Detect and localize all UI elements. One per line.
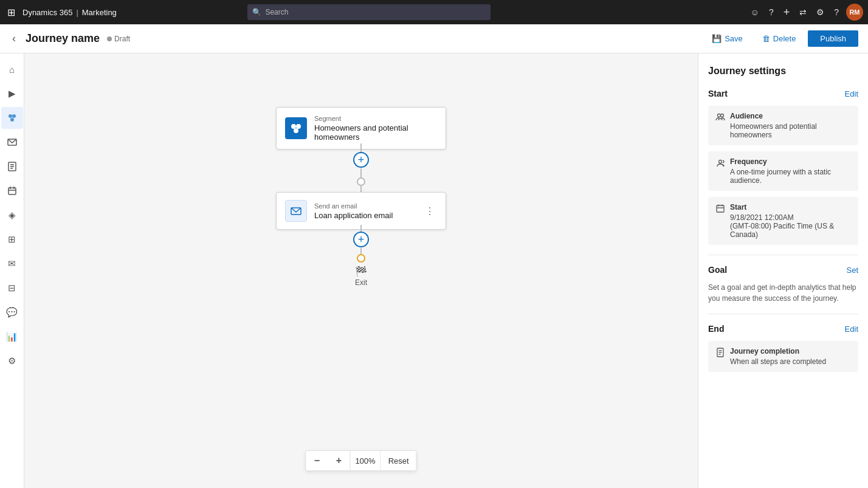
completion-icon <box>715 348 725 359</box>
sidebar-item-social[interactable]: 💬 <box>1 301 23 323</box>
add-node-button-1[interactable]: + <box>353 152 369 168</box>
nav-icons: ☺ ? + ⇄ ⚙ ? RM <box>748 4 863 21</box>
avatar[interactable]: RM <box>846 4 863 21</box>
draft-label: Draft <box>114 35 130 43</box>
svg-point-16 <box>718 114 721 117</box>
email-node-text: Send an email Loan application email <box>314 202 415 220</box>
frequency-value: A one-time journey with a static audienc… <box>730 168 851 185</box>
audience-value: Homeowners and potential homeowners <box>730 122 851 139</box>
panel-title: Journey settings <box>708 66 858 77</box>
completion-value: When all steps are completed <box>730 357 851 366</box>
sidebar-item-emails[interactable] <box>1 131 23 153</box>
toolbar: 💾 Save 🗑 Delete Publish <box>704 30 858 47</box>
delete-button[interactable]: 🗑 Delete <box>755 30 804 47</box>
zoom-controls: − + 100% Reset <box>305 450 416 471</box>
svg-point-0 <box>9 114 12 118</box>
zoom-in-button[interactable]: + <box>328 451 350 470</box>
start-edit-link[interactable]: Edit <box>845 89 858 98</box>
sidebar-item-analytics[interactable]: 📊 <box>1 326 23 348</box>
sidebar-item-settings[interactable]: ⚙ <box>1 350 23 372</box>
frequency-icon <box>715 158 725 170</box>
completion-card: Journey completion When all steps are co… <box>708 341 858 372</box>
main-layout: ⌂ ▶ ◈ ⊞ ✉ ⊟ 💬 📊 ⚙ Segm <box>0 53 868 488</box>
svg-point-1 <box>12 114 16 118</box>
end-heading: End <box>708 324 724 334</box>
svg-rect-8 <box>9 188 16 194</box>
sidebar-item-home[interactable]: ⌂ <box>1 58 23 80</box>
back-button[interactable]: ‹ <box>10 30 18 47</box>
sidebar-item-forms[interactable] <box>1 156 23 177</box>
brand-name: Dynamics 365 <box>22 8 72 17</box>
feedback-icon[interactable]: ☺ <box>748 5 762 19</box>
waffle-icon[interactable]: ⊞ <box>5 4 18 21</box>
sidebar-item-events[interactable] <box>1 180 23 202</box>
help-icon[interactable]: ? <box>832 5 841 19</box>
add-icon[interactable]: + <box>781 4 793 21</box>
exit-node: 🏁 Exit <box>355 266 367 287</box>
goal-heading: Goal <box>708 265 727 275</box>
sidebar-item-templates[interactable]: ⊟ <box>1 277 23 299</box>
exit-flag-icon: 🏁 <box>355 266 367 277</box>
draft-badge: Draft <box>107 35 130 43</box>
divider-1 <box>708 255 858 255</box>
zoom-out-button[interactable]: − <box>306 451 328 470</box>
svg-point-14 <box>294 128 298 133</box>
audience-card: Audience Homeowners and potential homeow… <box>708 106 858 145</box>
end-edit-link[interactable]: Edit <box>845 325 858 334</box>
audience-icon <box>715 112 725 124</box>
publish-button[interactable]: Publish <box>808 30 858 47</box>
search-icon: 🔍 <box>252 8 261 16</box>
segment-value: Homeowners and potential homeowners <box>314 123 437 142</box>
add-node-button-2[interactable]: + <box>353 232 369 247</box>
journey-title: Journey name <box>26 32 100 45</box>
left-sidebar: ⌂ ▶ ◈ ⊞ ✉ ⊟ 💬 📊 ⚙ <box>0 53 24 488</box>
goal-description: Set a goal and get in-depth analytics th… <box>708 282 858 304</box>
brand-sub: Marketing <box>82 8 117 17</box>
delete-label: Delete <box>773 34 796 43</box>
circle-node-2 <box>357 254 365 263</box>
svg-point-12 <box>291 124 296 129</box>
save-button[interactable]: 💾 Save <box>704 30 750 47</box>
save-label: Save <box>725 34 743 43</box>
brand: Dynamics 365 | Marketing <box>22 8 117 17</box>
segment-icon <box>285 117 307 139</box>
draft-dot <box>107 36 112 41</box>
sidebar-item-lead-scoring[interactable]: ◈ <box>1 204 23 226</box>
goal-set-link[interactable]: Set <box>846 266 858 275</box>
end-section-header: End Edit <box>708 324 858 334</box>
save-icon: 💾 <box>712 34 722 43</box>
sidebar-item-marketing-pages[interactable]: ⊞ <box>1 229 23 250</box>
divider-2 <box>708 314 858 314</box>
sidebar-item-journeys[interactable]: ▶ <box>1 83 23 105</box>
email-icon <box>285 200 307 222</box>
svg-point-13 <box>296 124 301 129</box>
zoom-reset-button[interactable]: Reset <box>381 451 416 470</box>
help-search-icon[interactable]: ? <box>766 5 776 19</box>
delete-icon: 🗑 <box>762 34 770 43</box>
circle-node-1 <box>357 177 365 186</box>
segment-label: Segment <box>314 115 437 122</box>
sidebar-item-messages[interactable]: ✉ <box>1 253 23 275</box>
goal-section-header: Goal Set <box>708 265 858 275</box>
sidebar-item-segments[interactable] <box>1 107 23 129</box>
search-input[interactable] <box>265 8 486 16</box>
completion-title: Journey completion <box>730 347 851 356</box>
connector-3 <box>360 186 362 192</box>
node-menu-button[interactable]: ⋮ <box>422 204 437 218</box>
start-time-title: Start <box>730 203 851 211</box>
start-section-header: Start Edit <box>708 89 858 98</box>
search-bar[interactable]: 🔍 <box>247 4 491 20</box>
email-node[interactable]: Send an email Loan application email ⋮ <box>276 192 446 230</box>
journey-canvas: Segment Homeowners and potential homeown… <box>24 53 698 488</box>
email-value: Loan application email <box>314 211 415 220</box>
frequency-card: Frequency A one-time journey with a stat… <box>708 151 858 191</box>
start-time-value: 9/18/2021 12:00AM (GMT-08:00) Pacific Ti… <box>730 213 851 239</box>
email-label: Send an email <box>314 202 415 210</box>
settings-icon[interactable]: ⚙ <box>814 5 827 19</box>
right-panel: Journey settings Start Edit Audience Hom… <box>698 53 868 488</box>
svg-rect-19 <box>717 205 724 212</box>
exit-label: Exit <box>355 278 367 287</box>
svg-point-18 <box>719 160 722 163</box>
svg-point-2 <box>10 118 14 122</box>
flow-icon[interactable]: ⇄ <box>797 5 809 19</box>
